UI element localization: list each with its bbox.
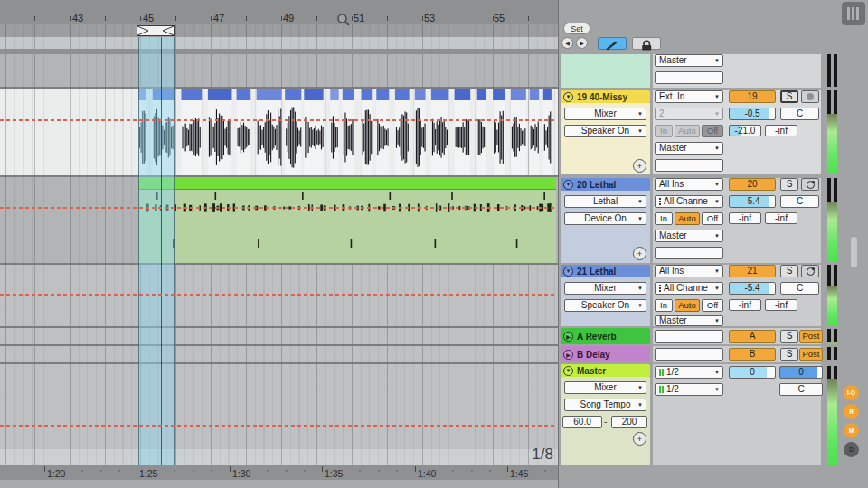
track-20-monitor-off[interactable]: Off: [702, 212, 723, 225]
draw-mode-button[interactable]: [598, 37, 627, 50]
fold-icon[interactable]: ▼: [563, 180, 573, 190]
track-21-monitor-auto[interactable]: Auto: [675, 299, 700, 312]
track-19-gain-value[interactable]: -21.0: [729, 125, 761, 136]
loop-brace[interactable]: [137, 25, 175, 36]
arrangement-area[interactable]: 43454749515355 1/8 1:201:251:301:351:401…: [0, 0, 558, 488]
track-21-solo-button[interactable]: S: [780, 265, 798, 277]
track-19-pan[interactable]: C: [780, 108, 819, 120]
fold-icon[interactable]: ▼: [563, 92, 573, 102]
master-pan[interactable]: C: [779, 383, 823, 396]
scrub-strip[interactable]: [0, 37, 558, 49]
track-19-monitor-in[interactable]: In: [655, 125, 673, 137]
track-21-volume[interactable]: -5.4: [729, 282, 776, 295]
midi-clip-header[interactable]: [138, 177, 556, 190]
automation-line-20[interactable]: [0, 207, 556, 209]
forward-arrow-button[interactable]: ▶: [576, 37, 588, 49]
cue-volume[interactable]: 0: [729, 366, 776, 379]
track-19-input-chooser[interactable]: Ext. In▼: [655, 90, 723, 103]
automation-line-21[interactable]: [0, 294, 556, 296]
track-19-input-channel-chooser[interactable]: 2▼: [655, 108, 723, 120]
set-button[interactable]: Set: [563, 23, 590, 34]
track-21-gain-value[interactable]: -inf: [729, 299, 761, 311]
track-20-title[interactable]: ▼20 Lethal: [561, 178, 650, 191]
track-19-output-chooser[interactable]: Master▼: [655, 142, 723, 155]
track-21-peak-value[interactable]: -inf: [765, 299, 797, 311]
track-21-input-channel-chooser[interactable]: All Channe▼: [655, 282, 723, 295]
master-volume[interactable]: 0: [779, 366, 823, 379]
master-device-chooser[interactable]: Mixer▼: [564, 381, 646, 394]
return-a-pre-post-toggle[interactable]: Post: [799, 330, 823, 343]
master-out-chooser[interactable]: 1/2▼: [655, 383, 723, 396]
track-21-monitor-in[interactable]: In: [655, 299, 673, 312]
track-20-volume[interactable]: -5.4: [729, 195, 776, 208]
master-control-chooser[interactable]: Song Tempo▼: [564, 399, 646, 411]
track-21-device-chooser[interactable]: Mixer▼: [564, 282, 646, 295]
tempo-range-min[interactable]: 60.0: [562, 416, 602, 428]
return-a-title[interactable]: ▶A Reverb: [561, 328, 650, 344]
automation-line-19[interactable]: [0, 119, 556, 121]
return-a-chooser[interactable]: [655, 330, 723, 343]
track-20-control-chooser[interactable]: Device On▼: [564, 212, 646, 225]
tempo-range-max[interactable]: 200: [611, 416, 647, 428]
return-b-chooser[interactable]: [655, 348, 723, 361]
show-returns-button[interactable]: R: [844, 404, 859, 419]
play-icon[interactable]: ▶: [563, 332, 573, 342]
track-20-gain-value[interactable]: -inf: [729, 212, 761, 224]
midi-clip-notes[interactable]: [138, 190, 556, 263]
track-21-title[interactable]: ▼21 Lethal: [561, 265, 650, 277]
return-row-b[interactable]: [0, 346, 558, 362]
return-b-letter[interactable]: B: [729, 348, 776, 361]
track-19-monitor-off[interactable]: Off: [702, 125, 723, 137]
track-18-output-sub[interactable]: [655, 71, 723, 84]
track-21-input-chooser[interactable]: All Ins▼: [655, 265, 723, 277]
audio-clip-waveform[interactable]: [138, 89, 556, 175]
return-b-pre-post-toggle[interactable]: Post: [799, 348, 823, 361]
track-19-title[interactable]: ▼19 40-Missy: [561, 90, 650, 103]
return-b-title[interactable]: ▶B Delay: [561, 346, 650, 362]
master-title[interactable]: ▼Master: [561, 364, 650, 377]
lock-envelopes-button[interactable]: [632, 37, 661, 50]
track-21-number[interactable]: 21: [729, 265, 776, 277]
track-20-output-sub[interactable]: [655, 247, 723, 259]
return-b-solo-button[interactable]: S: [780, 348, 798, 361]
time-ruler[interactable]: 1:201:251:301:351:401:45: [0, 465, 558, 480]
track-21-control-chooser[interactable]: Speaker On▼: [564, 299, 646, 312]
return-a-solo-button[interactable]: S: [780, 330, 798, 343]
track-20-monitor-auto[interactable]: Auto: [675, 212, 700, 225]
track-19-device-chooser[interactable]: Mixer▼: [564, 108, 646, 120]
track-20-device-chooser[interactable]: Lethal▼: [564, 195, 646, 208]
show-delay-button[interactable]: D: [844, 442, 859, 457]
track-20-input-channel-chooser[interactable]: All Channe▼: [655, 195, 723, 208]
track-20-pan[interactable]: C: [780, 195, 819, 208]
insert-marker[interactable]: [161, 37, 162, 465]
return-row-a[interactable]: [0, 328, 558, 344]
track-19-monitor-auto[interactable]: Auto: [675, 125, 700, 137]
show-mixer-button[interactable]: M: [844, 423, 859, 438]
back-arrow-button[interactable]: ◀: [561, 37, 573, 49]
track-19-volume[interactable]: -0.5: [729, 108, 776, 120]
track-20-monitor-in[interactable]: In: [655, 212, 673, 225]
track-21-output-chooser[interactable]: Master▼: [655, 315, 723, 326]
fold-icon[interactable]: ▼: [563, 366, 573, 376]
panel-scrollbar[interactable]: [851, 237, 857, 267]
track-row-18[interactable]: [0, 54, 558, 87]
return-a-letter[interactable]: A: [729, 330, 776, 343]
track-18-color-block[interactable]: [561, 54, 650, 88]
cue-out-chooser[interactable]: 1/2▼: [655, 366, 723, 379]
track-21-pan[interactable]: C: [780, 282, 819, 295]
track-20-arm-button[interactable]: [801, 178, 819, 191]
time-selection[interactable]: [138, 37, 175, 465]
track-19-peak-value[interactable]: -inf: [765, 125, 797, 136]
track-19-solo-button[interactable]: S: [780, 90, 798, 103]
track-20-input-chooser[interactable]: All Ins▼: [655, 178, 723, 191]
track-row-21[interactable]: [0, 265, 558, 326]
track-21-monitor-off[interactable]: Off: [702, 299, 723, 312]
track-19-add-automation-button[interactable]: +: [633, 159, 646, 173]
track-21-arm-button[interactable]: [801, 265, 819, 277]
track-20-peak-value[interactable]: -inf: [765, 212, 797, 224]
track-20-output-chooser[interactable]: Master▼: [655, 230, 723, 242]
track-20-solo-button[interactable]: S: [780, 178, 798, 191]
automation-line-master[interactable]: [0, 425, 556, 427]
track-19-control-chooser[interactable]: Speaker On▼: [564, 125, 646, 137]
track-19-arm-button[interactable]: [801, 90, 819, 103]
